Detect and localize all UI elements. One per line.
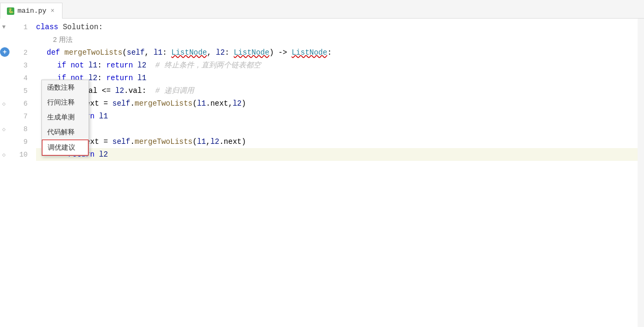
- code-line-10: return l2: [36, 148, 638, 161]
- context-menu: 函数注释 行间注释 生成单测 代码解释 调优建议: [41, 80, 89, 156]
- code-line-4: if not l2: return l1: [36, 72, 638, 84]
- tab-close-button[interactable]: ×: [50, 7, 56, 15]
- menu-item-code-explain[interactable]: 代码解释: [42, 125, 89, 140]
- fold-icon-8[interactable]: ◇: [2, 126, 6, 133]
- code-content[interactable]: class Solution: 2 用法 def mergeTwoLists(s…: [32, 19, 638, 327]
- tab-filename: main.py: [17, 7, 47, 15]
- code-line-6: l1.next = self.mergeTwoLists(l1.next,l2): [36, 97, 638, 110]
- code-line-7: return l1: [36, 110, 638, 123]
- scrollbar[interactable]: [638, 19, 644, 327]
- line-number-7: 7: [0, 110, 32, 123]
- line-number-10: ◇ 10: [0, 148, 32, 161]
- code-line-5: if l1.val <= l2.val: # 递归调用: [36, 84, 638, 97]
- line-number-1: ▼ 1: [0, 21, 32, 33]
- code-line-1: class Solution:: [36, 21, 638, 33]
- line-number-2: + 2: [0, 46, 32, 59]
- menu-item-gen-test[interactable]: 生成单测: [42, 110, 89, 125]
- line-number-5: 5: [0, 84, 32, 97]
- code-line-3: if not l1: return l2 # 终止条件，直到两个链表都空: [36, 59, 638, 72]
- menu-item-optimize[interactable]: 调优建议: [42, 140, 89, 156]
- keyword-class: class: [36, 21, 63, 33]
- line-number-8: ◇ 8: [0, 123, 32, 135]
- line-number-6: ◇ 6: [0, 97, 32, 110]
- fold-icon-10[interactable]: ◇: [2, 151, 6, 158]
- code-line-usage: 2 用法: [36, 33, 638, 46]
- add-annotation-icon[interactable]: +: [0, 47, 10, 57]
- tab-bar: 🐍 main.py ×: [0, 0, 644, 19]
- fold-icon-1[interactable]: ▼: [2, 24, 6, 30]
- line-number-3: 3: [0, 59, 32, 72]
- line-number-4: 4: [0, 72, 32, 84]
- code-line-8: else:: [36, 123, 638, 135]
- code-line-2: def mergeTwoLists(self, l1: ListNode, l2…: [36, 46, 638, 59]
- python-file-icon: 🐍: [7, 7, 14, 15]
- menu-item-func-comment[interactable]: 函数注释: [42, 80, 89, 95]
- menu-item-line-comment[interactable]: 行间注释: [42, 95, 89, 110]
- code-area: ▼ 1 + 2 3 4 5: [0, 19, 644, 327]
- line-number-usage: [0, 33, 32, 46]
- main-py-tab[interactable]: 🐍 main.py ×: [0, 3, 63, 19]
- fold-icon-6[interactable]: ◇: [2, 100, 6, 107]
- editor-window: 🐍 main.py × ▼ 1 + 2 3: [0, 0, 644, 327]
- code-line-9: l2.next = self.mergeTwoLists(l1,l2.next): [36, 135, 638, 148]
- line-number-9: 9: [0, 135, 32, 148]
- line-numbers: ▼ 1 + 2 3 4 5: [0, 19, 32, 327]
